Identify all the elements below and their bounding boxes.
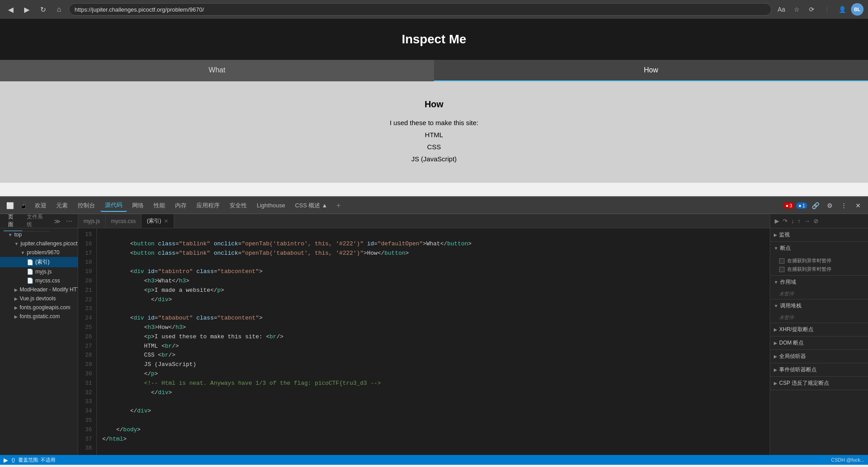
bp-deactivate-btn[interactable]: ⊘ bbox=[813, 217, 819, 225]
ft-label-vue: Vue.js devtools bbox=[20, 295, 56, 302]
tab-console[interactable]: 控制台 bbox=[73, 200, 100, 211]
bp-checkbox-1[interactable] bbox=[779, 258, 785, 264]
bp-csp-label: CSP 违反了规定断点 bbox=[779, 379, 829, 387]
bp-section-breakpoints: ▼ 断点 在捕获到异常时暂停 在捕获到异常时暂停 bbox=[770, 242, 868, 276]
ft-tab-page[interactable]: 页面 bbox=[4, 211, 22, 231]
bp-section-callstack: ▼ 调用堆栈 未暂停 bbox=[770, 299, 868, 323]
bp-csp-header[interactable]: ▶ CSP 违反了规定断点 bbox=[770, 377, 868, 390]
tab-performance[interactable]: 性能 bbox=[149, 200, 170, 211]
bp-watch-header[interactable]: ▶ 监视 bbox=[770, 228, 868, 241]
more-options-icon[interactable]: ⋮ bbox=[838, 199, 850, 212]
tab-application[interactable]: 应用程序 bbox=[192, 200, 224, 211]
tab-how[interactable]: How bbox=[434, 60, 868, 81]
ft-item-fonts-gstatic[interactable]: ▶ fonts.gstatic.com bbox=[0, 312, 78, 321]
tab-elements[interactable]: 元素 bbox=[52, 200, 72, 211]
ft-label-host: jupiter.challenges.picoctf.org bbox=[21, 240, 78, 247]
bp-step-over-btn[interactable]: ↷ bbox=[782, 217, 789, 225]
site-title: Inspect Me bbox=[0, 19, 868, 60]
ft-item-modheader[interactable]: ▶ ModHeader - Modify HTTP hea... bbox=[0, 285, 78, 294]
code-tab-myjs[interactable]: myjs.js bbox=[78, 214, 106, 228]
bp-checkbox-2[interactable] bbox=[779, 267, 785, 272]
bp-step-out-btn[interactable]: ↑ bbox=[797, 217, 802, 225]
ft-item-myjs[interactable]: 📄 myjs.js bbox=[0, 267, 78, 276]
website-content: Inspect Me What How How I used these to … bbox=[0, 19, 868, 183]
bp-callstack-arrow: ▼ bbox=[774, 303, 778, 308]
error-badge: ●3 bbox=[783, 202, 794, 209]
bp-section-watch: ▶ 监视 bbox=[770, 228, 868, 242]
add-tab-btn[interactable]: + bbox=[333, 200, 344, 211]
code-content: <button class="tablink" onclick="openTab… bbox=[97, 228, 770, 455]
breakpoints-panel: ▶ ↷ ↓ ↑ → ⊘ ▶ 监视 ▼ 断点 bbox=[770, 214, 868, 455]
ft-arrow: ▼ bbox=[14, 241, 19, 246]
ft-label-modheader: ModHeader - Modify HTTP hea... bbox=[20, 286, 78, 293]
bp-section-csp: ▶ CSP 违反了规定断点 bbox=[770, 377, 868, 390]
bp-section-event-listeners: ▶ 事件侦听器断点 bbox=[770, 363, 868, 377]
ft-item-index[interactable]: 📄 (索引) bbox=[0, 257, 78, 267]
statusbar-right: CSDH @fuck... bbox=[831, 457, 864, 463]
content-text: I used these to make this site: HTML CSS… bbox=[18, 117, 850, 165]
ft-item-top[interactable]: ▼ top bbox=[0, 230, 78, 239]
tab-memory[interactable]: 内存 bbox=[171, 200, 191, 211]
bp-event-listeners-header[interactable]: ▶ 事件侦听器断点 bbox=[770, 363, 868, 376]
refresh-icon[interactable]: ⟳ bbox=[805, 3, 818, 16]
tab-css-overview[interactable]: CSS 概述 ▲ bbox=[291, 200, 332, 211]
link-icon[interactable]: 🔗 bbox=[809, 199, 822, 212]
ft-overflow-btn[interactable]: ≫ bbox=[52, 217, 63, 226]
ft-arrow: ▼ bbox=[8, 232, 13, 237]
tab-sources[interactable]: 源代码 bbox=[100, 199, 127, 212]
close-devtools-btn[interactable]: ✕ bbox=[852, 199, 864, 212]
tab-what[interactable]: What bbox=[0, 60, 434, 81]
ft-tab-filesystem[interactable]: 文件系统 bbox=[22, 211, 50, 231]
settings-icon[interactable]: ⚙ bbox=[823, 199, 836, 212]
file-tree-toolbar: 页面 文件系统 ≫ ⋯ bbox=[0, 214, 78, 228]
bp-xhr-header[interactable]: ▶ XHR/提取断点 bbox=[770, 323, 868, 336]
home-button[interactable]: ⌂ bbox=[53, 3, 65, 16]
content-heading: How bbox=[18, 99, 850, 109]
bp-breakpoints-header[interactable]: ▼ 断点 bbox=[770, 242, 868, 255]
bp-scope-header[interactable]: ▼ 作用域 bbox=[770, 276, 868, 289]
bp-dom-header[interactable]: ▶ DOM 断点 bbox=[770, 337, 868, 349]
ft-item-fonts-google[interactable]: ▶ fonts.googleapis.com bbox=[0, 303, 78, 312]
code-editor[interactable]: 15 16 17 18 19 20 21 22 23 24 25 26 27 2… bbox=[78, 228, 770, 455]
code-tab-close-btn[interactable]: ✕ bbox=[164, 218, 168, 224]
bp-callstack-empty: 未暂停 bbox=[770, 312, 868, 323]
translate-icon[interactable]: Aa bbox=[775, 3, 788, 16]
address-bar[interactable]: https://jupiter.challenges.picoctf.org/p… bbox=[69, 3, 772, 16]
ft-item-host[interactable]: ▼ jupiter.challenges.picoctf.org bbox=[0, 239, 78, 248]
code-tab-mycss[interactable]: mycss.css bbox=[106, 214, 142, 228]
bp-breakpoints-content: 在捕获到异常时暂停 在捕获到异常时暂停 bbox=[770, 255, 868, 275]
avatar-button[interactable]: BL bbox=[851, 3, 864, 16]
code-tab-index[interactable]: (索引) ✕ bbox=[142, 214, 174, 228]
bp-step-into-btn[interactable]: ↓ bbox=[790, 217, 795, 225]
reload-button[interactable]: ↻ bbox=[37, 3, 49, 16]
statusbar-format-btn[interactable]: {} bbox=[12, 457, 15, 463]
page-spacer bbox=[0, 183, 868, 196]
back-button[interactable]: ◀ bbox=[4, 3, 17, 16]
forward-button[interactable]: ▶ bbox=[21, 3, 33, 16]
ft-item-problem[interactable]: ▼ problem/9670 bbox=[0, 248, 78, 257]
bp-section-dom: ▶ DOM 断点 bbox=[770, 337, 868, 350]
favorites-icon[interactable]: ☆ bbox=[790, 3, 803, 16]
ft-more-btn[interactable]: ⋯ bbox=[64, 217, 74, 226]
ft-item-mycss[interactable]: 📄 mycss.css bbox=[0, 276, 78, 285]
ft-item-vue[interactable]: ▶ Vue.js devtools bbox=[0, 294, 78, 303]
tab-security[interactable]: 安全性 bbox=[225, 200, 251, 211]
bp-scope-arrow: ▼ bbox=[774, 280, 778, 285]
tab-welcome[interactable]: 欢迎 bbox=[30, 200, 51, 211]
ft-arrow: ▶ bbox=[14, 287, 18, 292]
device-toolbar-btn[interactable]: 📱 bbox=[17, 199, 29, 212]
inspect-element-btn[interactable]: ⬜ bbox=[4, 199, 16, 212]
site-tabs: What How bbox=[0, 60, 868, 81]
statusbar-expand-btn[interactable]: ▶ bbox=[4, 457, 8, 463]
bp-xhr-label: XHR/提取断点 bbox=[779, 326, 814, 333]
bp-checkbox-label-1: 在捕获到异常时暂停 bbox=[787, 257, 831, 264]
tab-lighthouse[interactable]: Lighthouse bbox=[252, 200, 290, 210]
bp-step-btn[interactable]: → bbox=[803, 217, 811, 225]
bp-callstack-header[interactable]: ▼ 调用堆栈 bbox=[770, 299, 868, 312]
profile-icon[interactable]: 👤 bbox=[836, 3, 848, 16]
bp-global-listeners-header[interactable]: ▶ 全局侦听器 bbox=[770, 350, 868, 363]
bp-play-btn[interactable]: ▶ bbox=[774, 217, 780, 225]
site-content-area: How I used these to make this site: HTML… bbox=[0, 81, 868, 183]
ft-label-index: (索引) bbox=[35, 258, 50, 266]
tab-network[interactable]: 网络 bbox=[128, 200, 148, 211]
